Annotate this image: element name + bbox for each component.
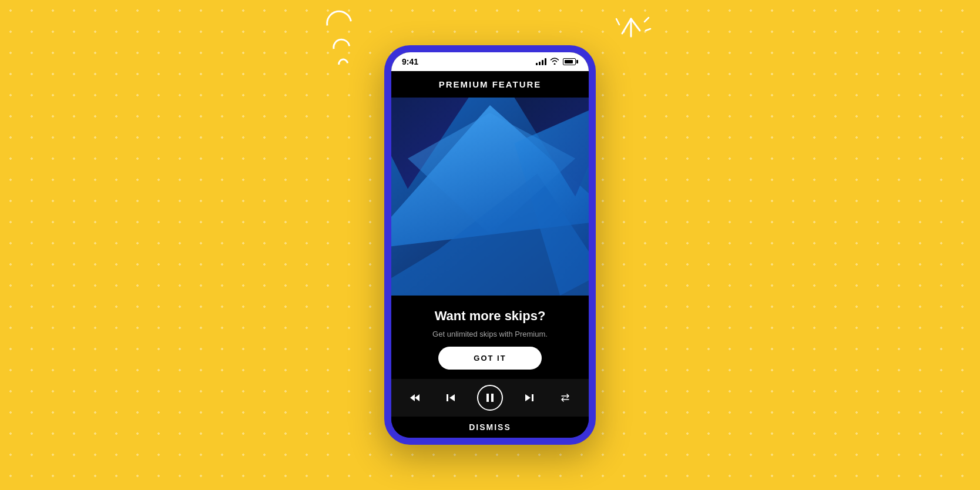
status-icons bbox=[536, 58, 578, 66]
svg-line-5 bbox=[646, 29, 650, 31]
sparkle-decoration-right bbox=[610, 16, 652, 53]
content-area: Want more skips? Get unlimited skips wit… bbox=[391, 296, 589, 379]
signal-icon bbox=[536, 58, 546, 65]
signal-bar-3 bbox=[542, 60, 543, 65]
dismiss-button[interactable]: DISMISS bbox=[391, 417, 589, 438]
subtitle: Get unlimited skips with Premium. bbox=[432, 330, 548, 338]
want-more-title: Want more skips? bbox=[435, 308, 546, 324]
premium-feature-label: PREMIUM FEATURE bbox=[391, 71, 589, 98]
svg-rect-15 bbox=[447, 394, 448, 401]
scene: 9:41 bbox=[384, 45, 596, 445]
svg-rect-17 bbox=[486, 394, 489, 402]
wifi-arc-small bbox=[336, 56, 351, 71]
battery-icon bbox=[563, 58, 578, 65]
svg-line-0 bbox=[622, 19, 631, 33]
play-pause-button[interactable] bbox=[477, 385, 503, 411]
wifi-arc-medium bbox=[329, 35, 354, 60]
wifi-status-icon bbox=[550, 58, 559, 66]
skip-back-button[interactable] bbox=[442, 389, 459, 407]
svg-marker-13 bbox=[410, 394, 415, 401]
signal-bar-4 bbox=[545, 58, 546, 65]
svg-line-3 bbox=[616, 19, 619, 25]
wifi-decoration-left bbox=[327, 8, 360, 70]
got-it-button[interactable]: GOT IT bbox=[438, 347, 541, 370]
phone-screen: 9:41 bbox=[391, 52, 589, 438]
wifi-arc-large bbox=[321, 5, 357, 41]
status-time: 9:41 bbox=[402, 57, 418, 66]
signal-bar-2 bbox=[539, 62, 541, 65]
svg-marker-20 bbox=[525, 394, 531, 401]
signal-bar-1 bbox=[536, 63, 538, 65]
skip-forward-button[interactable] bbox=[521, 389, 538, 407]
phone-frame: 9:41 bbox=[384, 45, 596, 445]
rewind-button[interactable] bbox=[406, 389, 424, 407]
phone-speaker bbox=[466, 53, 514, 56]
svg-marker-14 bbox=[415, 394, 419, 401]
player-controls bbox=[391, 379, 589, 417]
svg-line-4 bbox=[645, 18, 649, 22]
phone-camera bbox=[517, 53, 522, 58]
graphic-area bbox=[391, 98, 589, 296]
svg-line-1 bbox=[631, 19, 640, 31]
svg-rect-19 bbox=[532, 394, 533, 401]
repeat-button[interactable] bbox=[556, 389, 574, 407]
svg-marker-16 bbox=[449, 394, 455, 401]
svg-rect-18 bbox=[491, 394, 494, 402]
